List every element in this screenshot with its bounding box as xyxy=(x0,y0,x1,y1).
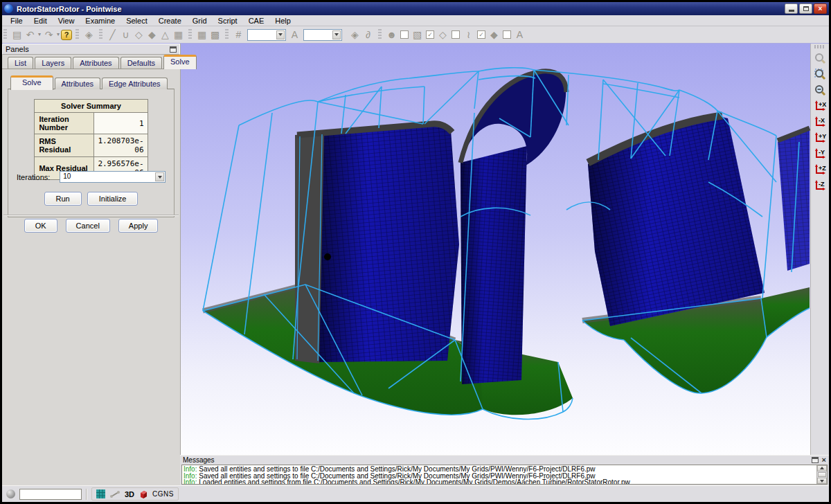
volume-mask-icon[interactable]: ▧ xyxy=(411,28,424,42)
run-button[interactable]: Run xyxy=(44,192,82,206)
connector-tool-icon[interactable]: ╱ xyxy=(106,28,119,42)
title-bar[interactable]: RotorStatorRotor - Pointwise × xyxy=(2,2,829,15)
messages-log: Info: Saved all entities and settings to… xyxy=(181,465,828,485)
panels-title: Panels xyxy=(6,45,29,53)
statusbar-separator xyxy=(86,489,87,500)
help-icon[interactable]: ? xyxy=(61,30,72,40)
tab-defaults[interactable]: Defaults xyxy=(120,57,162,69)
tab-solve[interactable]: Solve xyxy=(163,55,197,69)
toolbar-handle[interactable] xyxy=(75,29,79,40)
menu-file[interactable]: File xyxy=(5,16,28,26)
tab-attributes[interactable]: Attributes xyxy=(73,57,118,69)
structured-grid-icon[interactable]: ▦ xyxy=(195,28,208,42)
connector-mode-icon[interactable] xyxy=(109,490,120,498)
toolbar-handle[interactable] xyxy=(225,29,229,40)
toolbar-handle[interactable] xyxy=(378,29,382,40)
block-tool-icon[interactable]: ▦ xyxy=(172,28,185,42)
scrollbar-thumb[interactable] xyxy=(818,472,826,477)
close-button[interactable]: × xyxy=(814,3,827,14)
cae-solver-icon[interactable] xyxy=(138,489,148,499)
status-input[interactable] xyxy=(19,489,82,500)
connector-checkbox[interactable]: ✓ xyxy=(477,30,485,39)
mask-icon[interactable]: ☻ xyxy=(385,28,398,42)
iterations-combo-arrow[interactable] xyxy=(155,172,164,181)
connector-mask-icon[interactable]: ≀ xyxy=(462,28,475,42)
dimension-combobox[interactable] xyxy=(247,29,286,41)
view-minus-y-button[interactable]: -Y xyxy=(812,146,828,161)
curve-tool-icon[interactable]: ∪ xyxy=(119,28,132,42)
grid-mode-icon[interactable] xyxy=(96,489,105,498)
menu-edit[interactable]: Edit xyxy=(28,16,53,26)
scroll-up-icon[interactable] xyxy=(817,465,827,471)
view-toolbar: +X -X +Y -Y +Z -Z xyxy=(810,44,829,485)
redo-dropdown-icon[interactable]: ▾ xyxy=(55,28,61,42)
domain2-mask-icon[interactable]: ◆ xyxy=(488,28,501,42)
cancel-button[interactable]: Cancel xyxy=(66,219,110,233)
view-plus-x-button[interactable]: +X xyxy=(812,98,828,114)
unstructured-grid-icon[interactable]: ▩ xyxy=(208,28,222,42)
viewport-3d[interactable] xyxy=(180,44,810,455)
spacing-mask-icon[interactable]: A xyxy=(513,28,526,42)
domain-mask-icon[interactable]: ◇ xyxy=(436,28,449,42)
apply-button[interactable]: Apply xyxy=(118,219,159,233)
panels-tab-row: List Layers Attributes Defaults Solve xyxy=(2,55,180,69)
undo-dropdown-icon[interactable]: ▾ xyxy=(37,28,42,42)
subtab-edge-attributes[interactable]: Edge Attributes xyxy=(102,78,168,89)
view-plus-y-button[interactable]: +Y xyxy=(812,130,828,145)
toolbar-handle[interactable] xyxy=(3,29,7,40)
view-plus-z-button[interactable]: +Z xyxy=(812,162,828,177)
window-title: RotorStatorRotor - Pointwise xyxy=(17,5,783,13)
spacing-icon[interactable]: A xyxy=(288,28,301,42)
iterations-combobox[interactable]: 10 xyxy=(60,171,166,183)
mask-checkbox[interactable] xyxy=(400,30,409,39)
layer-stack-icon[interactable]: ◈ xyxy=(82,28,96,42)
restore-button[interactable] xyxy=(799,3,812,14)
partial-derivative-icon[interactable]: ∂ xyxy=(361,28,375,42)
float-messages-icon[interactable] xyxy=(812,457,819,463)
zoom-icon[interactable] xyxy=(812,51,828,66)
domain-checkbox[interactable] xyxy=(452,30,460,39)
view-minus-z-button[interactable]: -Z xyxy=(812,178,828,193)
subtab-attributes[interactable]: Attributes xyxy=(55,78,100,89)
zoom-out-icon[interactable] xyxy=(812,82,828,98)
menu-examine[interactable]: Examine xyxy=(80,16,120,26)
scroll-down-icon[interactable] xyxy=(817,478,827,484)
initialize-button[interactable]: Initialize xyxy=(87,192,138,206)
messages-header[interactable]: Messages × xyxy=(180,455,829,464)
dimension-combo-arrow[interactable] xyxy=(276,30,285,39)
solve-tool-icon[interactable]: ◈ xyxy=(348,28,361,42)
view-minus-x-button[interactable]: -X xyxy=(812,114,828,129)
panels-header[interactable]: Panels xyxy=(2,44,180,55)
domain-tool-icon[interactable]: ◇ xyxy=(132,28,145,42)
menu-help[interactable]: Help xyxy=(269,16,296,26)
tab-layers[interactable]: Layers xyxy=(35,57,71,69)
toolbar-handle[interactable] xyxy=(188,29,192,40)
toolbar-handle[interactable] xyxy=(99,29,102,40)
volume-checkbox[interactable]: ✓ xyxy=(426,30,434,39)
messages-scrollbar[interactable] xyxy=(816,465,827,484)
menu-script[interactable]: Script xyxy=(213,16,243,26)
trim-tool-icon[interactable]: △ xyxy=(159,28,172,42)
menu-cae[interactable]: CAE xyxy=(243,16,270,26)
menu-create[interactable]: Create xyxy=(153,16,187,26)
minimize-button[interactable] xyxy=(785,3,798,14)
menu-select[interactable]: Select xyxy=(120,16,153,26)
float-panel-icon[interactable] xyxy=(170,46,177,53)
domain-filled-tool-icon[interactable]: ◆ xyxy=(145,28,159,42)
save-icon[interactable]: ▤ xyxy=(10,28,24,42)
spacing-combobox[interactable] xyxy=(303,29,342,41)
svg-text:+Z: +Z xyxy=(819,165,826,172)
ok-button[interactable]: OK xyxy=(24,219,57,233)
dimension-icon[interactable]: # xyxy=(232,28,245,42)
spacing-combo-arrow[interactable] xyxy=(332,30,341,39)
close-messages-icon[interactable]: × xyxy=(822,457,826,463)
menu-grid[interactable]: Grid xyxy=(187,16,213,26)
spacing-checkbox[interactable] xyxy=(503,30,511,39)
redo-icon[interactable]: ↷ xyxy=(42,28,55,42)
zoom-extents-icon[interactable] xyxy=(812,66,828,82)
view-toolbar-handle[interactable] xyxy=(814,45,825,48)
menu-view[interactable]: View xyxy=(53,16,80,26)
subtab-solve[interactable]: Solve xyxy=(10,75,53,90)
undo-icon[interactable]: ↶ xyxy=(24,28,37,42)
tab-list[interactable]: List xyxy=(8,57,33,69)
